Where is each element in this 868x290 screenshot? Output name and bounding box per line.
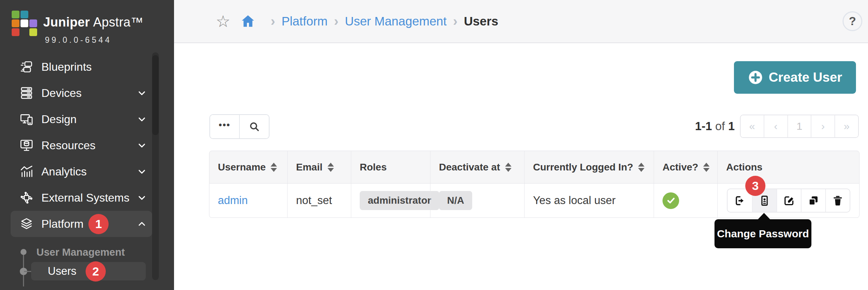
devices-icon xyxy=(20,86,36,100)
sort-icon xyxy=(505,163,511,172)
breadcrumb-separator: › xyxy=(453,14,458,28)
table-toolbar: ••• xyxy=(209,114,270,139)
sort-icon xyxy=(638,163,644,172)
juniper-logo xyxy=(12,11,37,36)
breadcrumb-separator: › xyxy=(334,14,338,28)
cell-currently-logged-in: Yes as local user xyxy=(524,184,654,218)
cell-active xyxy=(654,184,717,218)
sidebar-item-label: Analytics xyxy=(41,165,87,178)
ellipsis-icon: ••• xyxy=(219,120,230,133)
pagination-total: 1 xyxy=(728,120,735,133)
sidebar-item-platform[interactable]: Platform 1 xyxy=(11,211,152,237)
pagination-info: 1-1 of 1 xyxy=(644,120,735,133)
sidebar: JuniperApstra™ 99.0.0-6544 Blueprints De… xyxy=(0,0,174,290)
blueprints-icon xyxy=(20,60,36,74)
sidebar-item-devices[interactable]: Devices xyxy=(11,80,152,106)
change-password-tooltip: Change Password xyxy=(714,219,811,248)
app-root: JuniperApstra™ 99.0.0-6544 Blueprints De… xyxy=(0,0,868,290)
favorite-star-icon[interactable]: ☆ xyxy=(216,13,230,29)
action-button-group xyxy=(727,188,850,213)
create-user-label: Create User xyxy=(769,70,842,85)
chevron-down-icon xyxy=(137,114,147,124)
sidebar-item-analytics[interactable]: Analytics xyxy=(11,158,152,185)
edit-user-button[interactable] xyxy=(776,189,801,212)
sidebar-item-label: Design xyxy=(41,113,77,126)
chevron-down-icon xyxy=(137,88,147,98)
cell-actions xyxy=(717,184,859,218)
column-header-actions: Actions xyxy=(717,151,859,183)
delete-user-button[interactable] xyxy=(825,189,850,212)
breadcrumb-current-users: Users xyxy=(464,14,498,28)
platform-icon xyxy=(20,217,36,231)
na-badge: N/A xyxy=(439,191,472,210)
chevron-down-icon xyxy=(137,192,147,203)
pagination-range: 1-1 xyxy=(695,120,712,133)
create-user-button[interactable]: Create User xyxy=(734,61,856,94)
column-header-roles: Roles xyxy=(351,151,430,183)
column-header-username[interactable]: Username xyxy=(209,151,287,183)
sidebar-nav: Blueprints Devices Design xyxy=(0,54,174,237)
sort-icon xyxy=(328,163,334,172)
tooltip-arrow xyxy=(758,213,770,220)
design-icon xyxy=(20,112,36,126)
sidebar-item-design[interactable]: Design xyxy=(11,106,152,132)
plus-circle-icon xyxy=(748,70,763,85)
sidebar-item-external-systems[interactable]: External Systems xyxy=(11,185,152,211)
sidebar-item-label: Resources xyxy=(41,139,96,152)
annotation-badge-2: 2 xyxy=(86,261,106,282)
resources-icon xyxy=(20,139,36,152)
edit-icon xyxy=(783,195,795,207)
home-icon[interactable] xyxy=(240,13,256,29)
chevron-down-icon xyxy=(137,140,147,151)
annotation-badge-3: 3 xyxy=(745,176,765,196)
sidebar-item-blueprints[interactable]: Blueprints xyxy=(11,54,152,80)
external-systems-icon xyxy=(20,191,36,204)
breadcrumb-link-user-management[interactable]: User Management xyxy=(345,14,447,28)
clone-user-button[interactable] xyxy=(801,189,825,212)
log-out-icon xyxy=(734,195,746,207)
help-button[interactable]: ? xyxy=(843,11,862,31)
cell-deactivate-at: N/A xyxy=(430,184,524,218)
prev-page-button[interactable]: ‹ xyxy=(764,115,787,137)
user-link-admin[interactable]: admin xyxy=(218,194,248,207)
brand-text: JuniperApstra™ 99.0.0-6544 xyxy=(43,11,143,45)
sidebar-item-resources[interactable]: Resources xyxy=(11,132,152,158)
clone-icon xyxy=(808,195,819,207)
breadcrumb-link-platform[interactable]: Platform xyxy=(282,14,328,28)
sidebar-item-label: External Systems xyxy=(41,191,129,204)
column-header-currently-logged-in[interactable]: Currently Logged In? xyxy=(524,151,654,183)
analytics-icon xyxy=(20,165,36,178)
sort-icon xyxy=(271,163,277,172)
sidebar-item-users[interactable]: Users 2 xyxy=(31,262,146,280)
cell-email: not_set xyxy=(287,184,351,218)
trash-icon xyxy=(832,195,844,207)
brand: JuniperApstra™ 99.0.0-6544 xyxy=(0,0,174,45)
sidebar-item-label: Users xyxy=(48,265,76,278)
tree-dot xyxy=(21,249,27,255)
breadcrumb-separator: › xyxy=(271,14,275,28)
next-page-button[interactable]: › xyxy=(811,115,834,137)
pagination-controls: « ‹ 1 › » xyxy=(740,115,859,138)
role-badge: administrator xyxy=(360,191,439,210)
sort-icon xyxy=(703,163,710,172)
annotation-badge-1: 1 xyxy=(88,214,109,234)
pagination-of-label: of xyxy=(715,120,725,133)
last-page-button[interactable]: » xyxy=(834,115,858,137)
sidebar-subsection-user-management: User Management xyxy=(36,246,125,259)
page-number-button[interactable]: 1 xyxy=(787,115,811,137)
cell-username: admin xyxy=(209,184,287,218)
more-options-button[interactable]: ••• xyxy=(210,115,239,138)
column-header-active[interactable]: Active? xyxy=(654,151,717,183)
sidebar-scrollbar-thumb[interactable] xyxy=(152,55,159,135)
sidebar-item-label: Blueprints xyxy=(41,60,92,74)
magnifier-icon xyxy=(249,121,260,132)
column-header-deactivate-at[interactable]: Deactivate at xyxy=(430,151,524,183)
sidebar-item-label: Devices xyxy=(41,87,82,100)
change-password-icon xyxy=(759,195,770,207)
first-page-button[interactable]: « xyxy=(741,115,764,137)
sidebar-item-label: Platform xyxy=(41,218,83,231)
column-header-email[interactable]: Email xyxy=(287,151,351,183)
app-title: JuniperApstra™ xyxy=(43,15,143,30)
app-version: 99.0.0-6544 xyxy=(45,35,143,45)
search-button[interactable] xyxy=(239,115,269,138)
